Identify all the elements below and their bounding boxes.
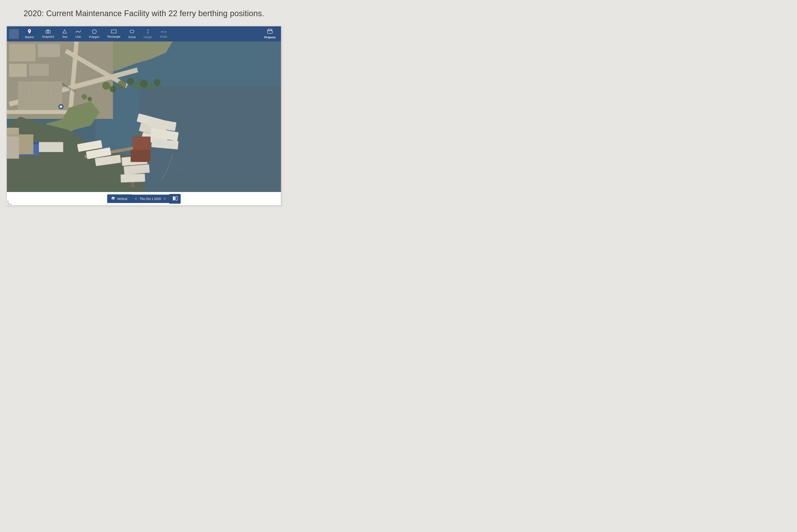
svg-rect-53: [131, 150, 151, 162]
text-icon: [62, 29, 67, 34]
svg-point-0: [29, 30, 30, 31]
svg-rect-21: [38, 44, 60, 57]
svg-point-60: [102, 82, 110, 90]
polygon-icon: [92, 29, 97, 34]
toolbar-projects[interactable]: Projects: [261, 27, 279, 40]
marker-icon: [27, 29, 32, 35]
height-icon: [146, 29, 150, 35]
toolbar: Marker Snapshot: [7, 26, 281, 41]
height-label: Height: [144, 35, 152, 39]
projects-label: Projects: [264, 36, 276, 39]
svg-point-67: [154, 79, 160, 86]
svg-rect-59: [7, 137, 19, 159]
prev-arrow[interactable]: <: [135, 197, 137, 201]
toolbar-item-polygon[interactable]: Polygon: [85, 28, 103, 40]
svg-rect-1: [46, 30, 50, 33]
marker-label: Marker: [25, 35, 34, 39]
width-label: Width: [160, 35, 167, 38]
polygon-label: Polygon: [89, 35, 99, 39]
rectangle-icon: [111, 30, 116, 34]
toolbar-item-width[interactable]: Width: [156, 28, 171, 40]
rectangle-label: Rectangle: [107, 35, 120, 38]
svg-point-61: [110, 86, 116, 92]
svg-point-5: [130, 30, 134, 33]
circle-icon: [130, 29, 134, 35]
snapshot-label: Snapshot: [42, 35, 54, 38]
line-label: Line: [76, 35, 81, 38]
text-label: Text: [62, 35, 67, 39]
svg-rect-22: [9, 63, 27, 77]
bottom-bar: Vertical < Thu Oct 1 2020 >: [7, 192, 281, 205]
svg-point-2: [47, 31, 49, 33]
toolbar-item-line[interactable]: Line: [71, 28, 85, 40]
svg-rect-20: [9, 44, 36, 61]
vertical-button[interactable]: Vertical: [107, 194, 131, 203]
toolbar-item-circle[interactable]: Circle: [125, 28, 140, 40]
toolbar-item-snapshot[interactable]: Snapshot: [38, 28, 58, 40]
next-arrow[interactable]: >: [164, 197, 166, 201]
svg-point-68: [81, 94, 87, 99]
compare-button[interactable]: [169, 194, 181, 204]
map-image[interactable]: Pershing Rd Carlyle Pl: [7, 41, 281, 192]
toolbar-item-marker[interactable]: Marker: [21, 28, 38, 40]
snapshot-icon: [45, 30, 51, 34]
svg-point-63: [127, 78, 134, 85]
line-icon: [75, 30, 81, 34]
svg-rect-75: [173, 196, 175, 201]
svg-marker-3: [63, 30, 67, 33]
toolbar-item-height[interactable]: Height: [140, 28, 156, 40]
svg-point-69: [88, 97, 92, 101]
compare-icon: [173, 196, 177, 201]
toolbar-item-rectangle[interactable]: Rectangle: [103, 28, 125, 40]
width-icon: [161, 30, 167, 34]
svg-rect-23: [29, 63, 49, 76]
circle-label: Circle: [128, 35, 136, 39]
svg-rect-56: [39, 142, 63, 152]
svg-marker-74: [111, 197, 115, 199]
projects-icon: [267, 29, 272, 35]
svg-point-62: [117, 80, 126, 89]
toolbar-items: Marker Snapshot: [21, 28, 171, 40]
vertical-label: Vertical: [117, 197, 127, 201]
corner-marker: [8, 201, 12, 204]
svg-rect-76: [175, 196, 177, 201]
svg-point-66: [148, 84, 153, 90]
layers-icon: [111, 196, 115, 201]
map-container: Marker Snapshot: [7, 26, 281, 206]
date-nav-button[interactable]: < Thu Oct 1 2020 >: [131, 195, 169, 203]
svg-point-64: [134, 82, 140, 89]
toolbar-item-text[interactable]: Text: [58, 28, 71, 40]
page-title: 2020: Current Maintenance Facility with …: [24, 9, 264, 18]
svg-point-65: [140, 80, 148, 87]
svg-rect-4: [111, 30, 116, 33]
date-display: Thu Oct 1 2020: [140, 197, 161, 201]
toolbar-spacer: [9, 29, 19, 39]
svg-rect-51: [121, 174, 145, 183]
svg-point-71: [60, 106, 62, 108]
